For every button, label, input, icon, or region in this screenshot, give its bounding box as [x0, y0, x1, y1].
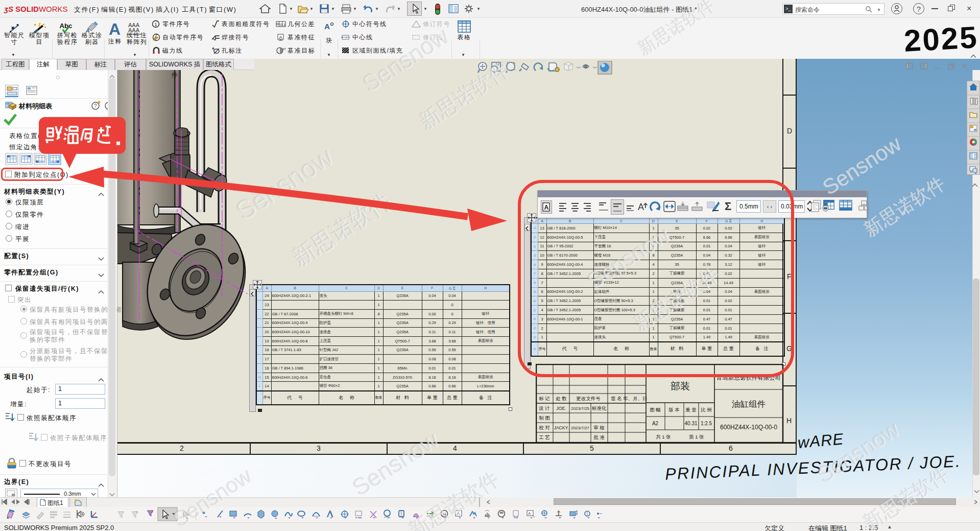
svg-text:JACKY.: JACKY. — [554, 425, 569, 430]
svg-text:重 量: 重 量 — [685, 407, 697, 412]
svg-text:标准化: 标准化 — [591, 405, 607, 411]
svg-text:A: A — [109, 20, 121, 37]
svg-text:图 幅: 图 幅 — [650, 407, 661, 412]
svg-text:处 数: 处 数 — [556, 396, 567, 401]
svg-text:A: A — [279, 35, 282, 40]
svg-text:0.1: 0.1 — [280, 22, 286, 27]
svg-text:2023/7/25: 2023/7/25 — [571, 406, 589, 411]
svg-text:校 对: 校 对 — [538, 425, 550, 430]
svg-text:600HZ44X-10Q-00-0: 600HZ44X-10Q-00-0 — [720, 424, 777, 431]
svg-text:第 1 张: 第 1 张 — [689, 434, 704, 440]
svg-text:批 准: 批 准 — [593, 434, 605, 440]
svg-text:2023/7/27: 2023/7/27 — [571, 426, 589, 430]
svg-text:1:2.5: 1:2.5 — [701, 421, 712, 426]
svg-text:Abc: Abc — [59, 22, 72, 30]
svg-text:共 1 张: 共 1 张 — [656, 434, 671, 440]
svg-text:40.31: 40.31 — [684, 421, 697, 426]
svg-text:签 名: 签 名 — [611, 396, 622, 401]
svg-text:工 艺: 工 艺 — [539, 434, 550, 440]
svg-text:制 图: 制 图 — [539, 415, 550, 421]
svg-text:A2: A2 — [652, 421, 659, 426]
svg-text:油缸组件: 油缸组件 — [732, 399, 766, 408]
svg-text:更改文件号: 更改文件号 — [576, 396, 601, 401]
svg-text:比 例: 比 例 — [701, 407, 712, 412]
svg-text:AT: AT — [282, 48, 286, 51]
svg-text:年、月、日: 年、月、日 — [623, 396, 648, 401]
svg-text:A: A — [528, 511, 531, 516]
svg-text:标 记: 标 记 — [538, 396, 550, 401]
svg-text:?: ? — [94, 103, 97, 109]
svg-text:JOE.: JOE. — [557, 406, 566, 411]
svg-text:审 核: 审 核 — [593, 425, 605, 430]
svg-text:A: A — [324, 22, 330, 31]
svg-text:部装: 部装 — [671, 381, 690, 391]
svg-text:版 本: 版 本 — [668, 407, 680, 412]
svg-text:1: 1 — [155, 22, 157, 27]
svg-text:设 计: 设 计 — [538, 405, 550, 411]
